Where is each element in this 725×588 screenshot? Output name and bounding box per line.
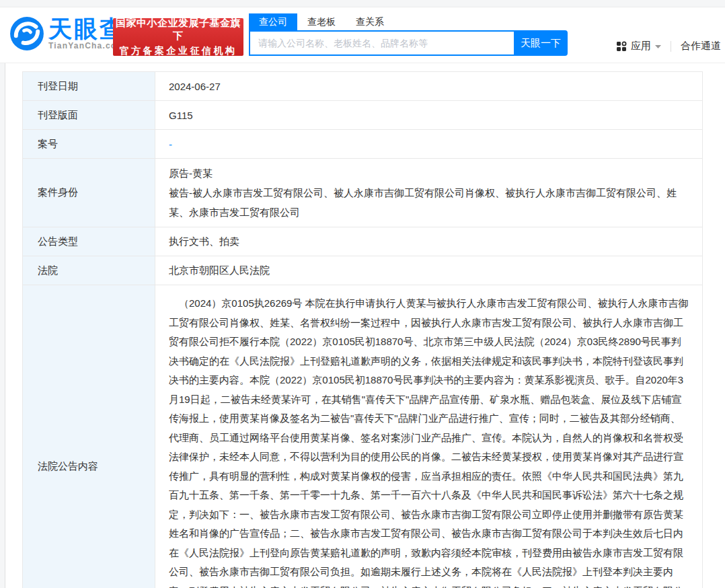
defendant-line: 被告-被人永康市吉发工贸有限公司、被人永康市吉御工贸有限公司肖像权、被执行人永康… — [169, 183, 689, 222]
tab-search-relation[interactable]: 查关系 — [346, 13, 394, 30]
search-area: 查公司 查老板 查关系 天眼一下 — [249, 13, 568, 56]
site-header: 天眼查 TianYanCha.com 国家中小企业发展子基金旗下 官方备案企业征… — [0, 7, 725, 63]
field-value: 北京市朝阳区人民法院 — [155, 256, 703, 285]
partner-channel-link[interactable]: 合作通道 — [681, 40, 725, 52]
header-right-nav: 应用 合作通道 — [616, 40, 725, 52]
tianyancha-eye-icon — [9, 16, 44, 51]
table-row-case-number: 案号 - — [23, 130, 703, 159]
announcement-content-text: （2024）京0105执26269号 本院在执行申请执行人黄某与被执行人永康市吉… — [155, 285, 703, 588]
field-label: 案号 — [23, 130, 155, 159]
search-button[interactable]: 天眼一下 — [514, 30, 568, 56]
search-input[interactable] — [249, 30, 514, 56]
apps-menu[interactable]: 应用 — [616, 40, 661, 52]
case-number-value[interactable]: - — [169, 139, 172, 150]
table-row-publish-date: 刊登日期 2024-06-27 — [23, 72, 703, 101]
field-label: 刊登日期 — [23, 72, 155, 101]
field-label: 案件身份 — [23, 159, 155, 227]
field-value: 2024-06-27 — [155, 72, 703, 101]
partner-label: 合作通道 — [681, 40, 721, 52]
chevron-down-icon — [655, 45, 661, 48]
field-value: 原告-黄某 被告-被人永康市吉发工贸有限公司、被人永康市吉御工贸有限公司肖像权、… — [155, 159, 703, 227]
table-row-announcement-type: 公告类型 执行文书、拍卖 — [23, 227, 703, 256]
field-label: 法院 — [23, 256, 155, 285]
tianyancha-logo[interactable]: 天眼查 TianYanCha.com — [9, 16, 125, 51]
court-announcement-panel: 刊登日期 2024-06-27 刊登版面 G115 案号 - 案件身份 原告-黄… — [5, 63, 725, 588]
table-row-court: 法院 北京市朝阳区人民法院 — [23, 256, 703, 285]
search-tabs: 查公司 查老板 查关系 — [249, 13, 568, 30]
tab-search-boss[interactable]: 查老板 — [297, 13, 346, 30]
field-label: 法院公告内容 — [23, 285, 155, 588]
official-certification-badge: 国家中小企业发展子基金旗下 官方备案企业征信机构 — [113, 18, 243, 56]
plaintiff-line: 原告-黄某 — [169, 163, 689, 183]
field-label: 刊登版面 — [23, 101, 155, 130]
field-value: G115 — [155, 101, 703, 130]
table-row-case-parties: 案件身份 原告-黄某 被告-被人永康市吉发工贸有限公司、被人永康市吉御工贸有限公… — [23, 159, 703, 227]
table-row-publish-page: 刊登版面 G115 — [23, 101, 703, 130]
announcement-detail-table: 刊登日期 2024-06-27 刊登版面 G115 案号 - 案件身份 原告-黄… — [22, 71, 703, 588]
badge-line1: 国家中小企业发展子基金旗下 — [113, 17, 243, 42]
search-row: 天眼一下 — [249, 30, 568, 56]
apps-grid-icon — [616, 41, 627, 52]
nav-divider — [671, 41, 671, 52]
table-row-announcement-content: 法院公告内容 （2024）京0105执26269号 本院在执行申请执行人黄某与被… — [23, 285, 703, 588]
tab-search-company[interactable]: 查公司 — [249, 13, 297, 30]
field-value: 执行文书、拍卖 — [155, 227, 703, 256]
apps-label: 应用 — [631, 40, 651, 52]
field-label: 公告类型 — [23, 227, 155, 256]
badge-line2: 官方备案企业征信机构 — [113, 45, 243, 57]
